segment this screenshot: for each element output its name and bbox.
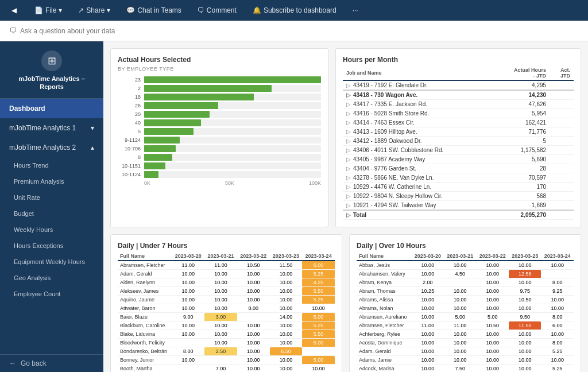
sidebar-item-hours-exceptions[interactable]: Hours Exceptions: [0, 238, 103, 254]
cell-value: 10.00: [237, 296, 270, 304]
sidebar-item-analytics2[interactable]: mJobTime Analytics 2 ▴: [0, 138, 103, 157]
bar-label: 23: [118, 77, 141, 83]
daily-under-table: Full Name2023-03-202023-03-212023-03-222…: [118, 252, 335, 372]
cell-value: 6.50: [270, 347, 303, 356]
chat-label: Chat in Teams: [137, 6, 181, 14]
table-row: ▷43412 - 1889 Oakwood Dr. 5: [343, 137, 574, 146]
actual-ytd: 70,597: [493, 173, 550, 183]
go-back-button[interactable]: ← Go back: [0, 354, 103, 372]
chat-button[interactable]: 💬 Chat in Teams: [123, 4, 184, 17]
table-row: Adcock, Marisa10.007.5010.0010.005.25: [357, 365, 574, 373]
file-button[interactable]: 📄 File ▾: [31, 4, 65, 17]
cell-value: 10.00: [270, 321, 303, 330]
employee-name: Acosta, Dominique: [357, 339, 412, 347]
cell-value: 10.00: [204, 304, 237, 313]
sidebar-item-weekly-hours[interactable]: Weekly Hours: [0, 222, 103, 238]
cell-value: 10.00: [204, 278, 237, 287]
cell-value: 11.00: [204, 261, 237, 270]
cell-value: 10.00: [204, 270, 237, 278]
cell-value: 10.00: [541, 356, 574, 365]
actual-ytd: 162,421: [493, 118, 550, 127]
cell-value: 10.00: [541, 261, 574, 270]
actual-jtd: [550, 210, 574, 220]
cell-value: 10.00: [204, 296, 237, 304]
table-row: Abram, Thomas10.2510.0010.009.759.25: [357, 287, 574, 296]
cell-value: 10.00: [477, 270, 509, 278]
col-date: 2023-03-21: [204, 252, 237, 261]
cell-value: 11.50: [509, 321, 541, 330]
actual-hours-panel: Actual Hours Selected BY EMPLOYEE TYPE 2…: [110, 48, 328, 227]
bar-row: 18: [118, 94, 321, 100]
cell-value: 10.00: [237, 287, 270, 296]
sidebar-item-analytics1[interactable]: mJobTime Analytics 1 ▾: [0, 118, 103, 138]
cell-value: 10.50: [237, 261, 270, 270]
sidebar-sub-label: Weekly Hours: [14, 226, 53, 233]
cell-value: 10.00: [172, 356, 204, 365]
sidebar: ⊞ mJobTime Analytics –Reports Dashboard …: [0, 41, 103, 372]
more-button[interactable]: ···: [349, 4, 362, 17]
table-row: Acosta, Dominique10.0010.0010.0010.008.0…: [357, 339, 574, 347]
employee-name: Adcock, Marisa: [357, 365, 412, 373]
question-input[interactable]: [20, 27, 192, 35]
bar-row: 10-706: [118, 145, 321, 152]
actual-jtd: [550, 127, 574, 137]
top-row: Actual Hours Selected BY EMPLOYEE TYPE 2…: [110, 48, 581, 227]
cell-value: 10.00: [444, 296, 476, 304]
sidebar-item-equipment[interactable]: Equipment Weekly Hours: [0, 254, 103, 270]
cell-value: 5.00: [302, 313, 335, 321]
bar-fill: [144, 145, 176, 152]
sidebar-item-unit-rate[interactable]: Unit Rate: [0, 189, 103, 206]
employee-name: Attwater, Baron: [118, 304, 172, 313]
cell-value: 10.00: [270, 330, 303, 339]
col-date: 2023-03-20: [172, 252, 204, 261]
table-row: Abramsen, Fletcher11.0011.0010.5011.506.…: [357, 321, 574, 330]
cell-value: 10.50: [509, 296, 541, 304]
cell-value: 10.00: [509, 330, 541, 339]
cell-value: 10.00: [477, 356, 509, 365]
cell-value: 5.00: [444, 313, 476, 321]
bar-label: 5: [118, 129, 141, 134]
sidebar-item-geo[interactable]: Geo Analysis: [0, 270, 103, 286]
table-row: ▷10921 - 4294 SW. Tailwater Way 1,669: [343, 201, 574, 211]
col-date: 2023-03-23: [509, 252, 541, 261]
sidebar-item-hours-trend[interactable]: Hours Trend: [0, 157, 103, 173]
col-date: 2023-03-24: [541, 252, 574, 261]
sidebar-item-dashboard[interactable]: Dashboard: [0, 99, 103, 118]
back-button[interactable]: ◀: [6, 2, 22, 18]
bar-fill: [144, 128, 194, 135]
comment-button[interactable]: 🗨 Comment: [194, 4, 240, 17]
cell-value: 7.50: [444, 365, 476, 373]
hours-per-month-panel: Hours per Month Job and Name Actual Hour…: [335, 48, 581, 227]
job-name: ▷43419 - 7192 E. Glendale Dr.: [343, 80, 493, 90]
table-row: ▷43278 - 5866 NE. Van Dyke Ln. 70,597: [343, 173, 574, 183]
subscribe-button[interactable]: 🔔 Subscribe to dashboard: [249, 4, 340, 17]
share-button[interactable]: ↗ Share ▾: [75, 4, 114, 17]
bar-label: 2: [118, 86, 141, 91]
cell-value: 10.00: [477, 296, 509, 304]
cell-value: 11.00: [172, 261, 204, 270]
bar-row: 40: [118, 119, 321, 126]
cell-value: 10.00: [237, 365, 270, 373]
col-job: Job and Name: [343, 66, 493, 80]
bar-container: [144, 102, 321, 109]
cell-value: 14.00: [270, 313, 303, 321]
table-row: Alden, Raelynn10.0010.0010.0010.004.25: [118, 278, 335, 287]
sidebar-item-employee-count[interactable]: Employee Count: [0, 286, 103, 302]
bar-container: [144, 162, 321, 169]
sidebar-sub-label: Budget: [14, 210, 34, 217]
table-row: ▷10922 - 9804 N. Sleepy Hollow Cir. 568: [343, 192, 574, 201]
sidebar-item-premium[interactable]: Premium Analysis: [0, 173, 103, 189]
question-icon: 🗨: [9, 26, 17, 35]
sidebar-item-budget[interactable]: Budget: [0, 206, 103, 222]
cell-value: [302, 347, 335, 356]
sidebar-sub-label: Unit Rate: [14, 194, 40, 201]
employee-name: Adams, Jamie: [357, 356, 412, 365]
actual-ytd: 1,175,582: [493, 146, 550, 155]
cell-value: 10.00: [237, 321, 270, 330]
cell-value: 10.50: [477, 321, 509, 330]
employee-name: Baier, Blaze: [118, 313, 172, 321]
bar-fill: [144, 76, 321, 83]
employee-name: Abrams, Alissa: [357, 296, 412, 304]
actual-jtd: [550, 100, 574, 109]
bar-row: 10-1151: [118, 162, 321, 169]
